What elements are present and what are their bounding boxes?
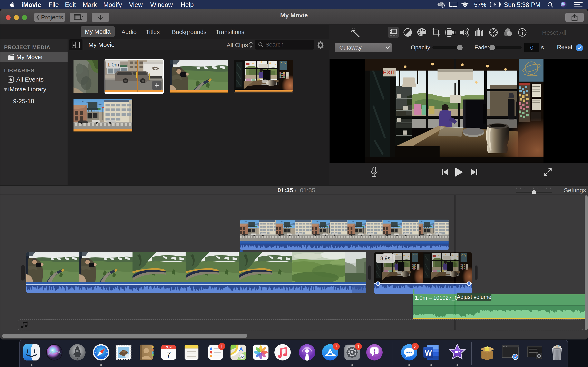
svg-text:JUN: JUN xyxy=(165,346,172,349)
svg-text:W: W xyxy=(425,349,432,357)
svg-text:7: 7 xyxy=(166,350,171,359)
svg-text:3D: 3D xyxy=(240,355,244,358)
svg-text:EXIT: EXIT xyxy=(383,69,396,76)
